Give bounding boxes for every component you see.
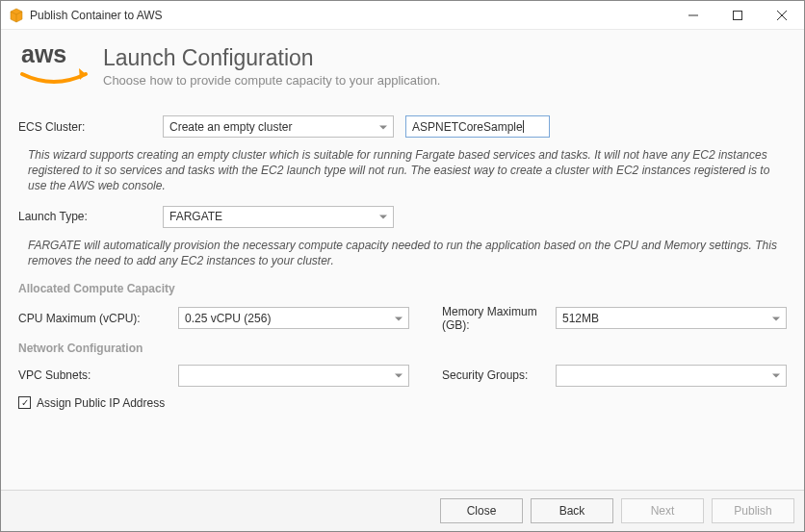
title-bar: Publish Container to AWS: [1, 1, 804, 30]
dialog-window: Publish Container to AWS aws: [0, 0, 805, 532]
cpu-max-label: CPU Maximum (vCPU):: [18, 312, 163, 325]
ecs-cluster-label: ECS Cluster:: [18, 120, 163, 134]
ecs-cluster-row: ECS Cluster: Create an empty cluster ASP…: [18, 115, 787, 138]
mem-max-label: Memory Maximum (GB):: [425, 305, 540, 332]
ecs-cluster-value: Create an empty cluster: [169, 120, 292, 134]
check-icon: ✓: [21, 398, 29, 408]
button-bar: Close Back Next Publish: [1, 490, 804, 531]
aws-logo-icon: aws: [18, 39, 90, 92]
assign-ip-label: Assign Public IP Address: [37, 396, 165, 410]
cpu-max-value: 0.25 vCPU (256): [185, 312, 271, 325]
chevron-down-icon: [395, 317, 402, 320]
ecs-cluster-description: This wizard supports creating an empty c…: [18, 145, 787, 206]
ecs-cluster-combo[interactable]: Create an empty cluster: [163, 115, 394, 138]
close-window-button[interactable]: [760, 1, 804, 29]
cluster-name-input[interactable]: ASPNETCoreSample: [405, 115, 550, 138]
vpc-subnets-label: VPC Subnets:: [18, 368, 163, 382]
network-row: VPC Subnets: Security Groups:: [18, 365, 787, 387]
next-button-label: Next: [651, 504, 675, 518]
publish-button-label: Publish: [734, 504, 771, 518]
compute-row: CPU Maximum (vCPU): 0.25 vCPU (256) Memo…: [18, 305, 787, 332]
launch-type-value: FARGATE: [169, 210, 222, 223]
network-section-title: Network Configuration: [18, 342, 787, 355]
launch-type-combo[interactable]: FARGATE: [163, 206, 394, 228]
mem-max-combo[interactable]: 512MB: [556, 307, 787, 329]
back-button-label: Back: [559, 504, 585, 518]
security-groups-combo[interactable]: [556, 365, 787, 387]
minimize-button[interactable]: [671, 1, 715, 29]
mem-max-value: 512MB: [562, 312, 599, 325]
back-button[interactable]: Back: [531, 498, 613, 523]
cluster-name-value: ASPNETCoreSample: [412, 120, 523, 134]
svg-rect-3: [734, 11, 742, 19]
chevron-down-icon: [772, 317, 780, 320]
content-area: aws Launch Configuration Choose how to p…: [1, 30, 804, 531]
cpu-max-combo[interactable]: 0.25 vCPU (256): [178, 307, 409, 329]
svg-text:aws: aws: [21, 40, 66, 67]
launch-type-row: Launch Type: FARGATE: [18, 206, 787, 228]
next-button[interactable]: Next: [621, 498, 704, 523]
close-button-label: Close: [467, 504, 497, 518]
header-text: Launch Configuration Choose how to provi…: [103, 45, 440, 88]
assign-ip-checkbox[interactable]: ✓: [18, 396, 31, 409]
form-area: ECS Cluster: Create an empty cluster ASP…: [1, 110, 804, 490]
chevron-down-icon: [395, 374, 402, 378]
chevron-down-icon: [379, 215, 387, 218]
publish-button[interactable]: Publish: [712, 498, 794, 523]
assign-ip-row: ✓ Assign Public IP Address: [18, 396, 787, 410]
launch-type-label: Launch Type:: [18, 210, 163, 223]
window-title: Publish Container to AWS: [30, 9, 671, 22]
window-controls: [671, 1, 804, 29]
security-groups-label: Security Groups:: [425, 368, 540, 382]
launch-type-description: FARGATE will automatically provision the…: [18, 236, 787, 280]
vpc-subnets-combo[interactable]: [178, 365, 409, 387]
page-title: Launch Configuration: [103, 45, 440, 71]
chevron-down-icon: [772, 374, 780, 378]
maximize-button[interactable]: [715, 1, 760, 29]
page-subtitle: Choose how to provide compute capacity t…: [103, 73, 440, 88]
allocated-section-title: Allocated Compute Capacity: [18, 282, 787, 295]
close-button[interactable]: Close: [440, 498, 523, 523]
svg-marker-7: [79, 68, 86, 80]
aws-box-icon: [9, 8, 24, 23]
chevron-down-icon: [379, 125, 387, 129]
header-region: aws Launch Configuration Choose how to p…: [1, 30, 804, 110]
